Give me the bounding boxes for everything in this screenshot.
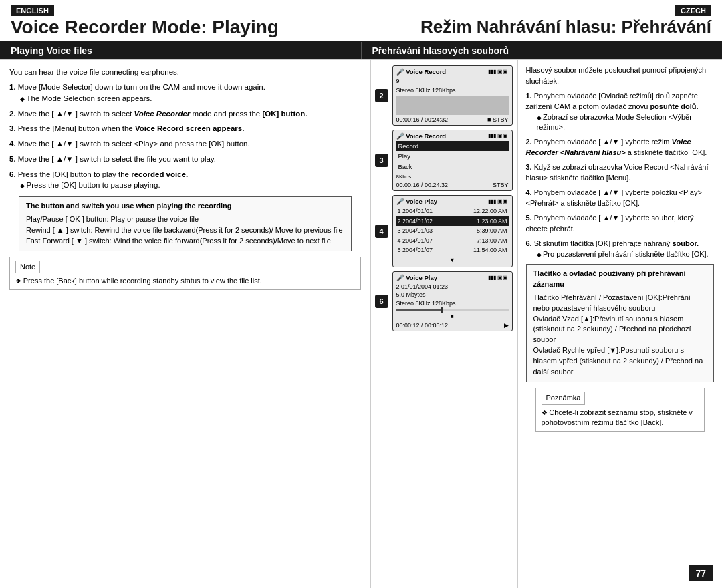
czech-note-box: Poznámka Chcete-li zobrazit seznamu stop… [535, 388, 705, 432]
step-circle-4: 4 [375, 225, 388, 238]
czech-badge: CZECH [675, 5, 711, 16]
step-circle-2: 2 [375, 89, 388, 102]
left-panel: You can hear the voice file connecting e… [0, 60, 371, 588]
step-6: 6. Press the [OK] button to play the rec… [9, 169, 361, 191]
step-circle-6: 6 [375, 295, 388, 308]
english-badge: ENGLISH [11, 5, 54, 16]
cz-step-4: 4. Pohybem ovladače [ ▲/▼ ] vyberte polo… [526, 188, 715, 209]
device-screen-4: 🎤 Voice Play ▮▮▮ ▣▣ 1 2004/01/0112:22:00… [392, 195, 513, 267]
step-4: 4. Move the [ ▲/▼ ] switch to select <Pl… [9, 138, 361, 150]
step-1: 1. Move [Mode Selector] down to turn on … [9, 82, 361, 104]
cz-step-1: 1. Pohybem ovladače [Ovladač režimů] dol… [526, 91, 715, 134]
right-panel: 2 🎤 Voice Record ▮▮▮ ▣▣ 9 Stereo 8KHz 12… [371, 60, 723, 588]
cz-step-6: 6. Stisknutím tlačítka [OK] přehrajte na… [526, 239, 715, 260]
section-header-right: Přehrávání hlasových souborů [362, 42, 723, 59]
step-circle-3: 3 [375, 154, 388, 167]
screen-3-row: 3 🎤 Voice Record ▮▮▮ ▣▣ Record Play Back… [375, 130, 513, 191]
step-5: 5. Move the [ ▲/▼ ] switch to select the… [9, 154, 361, 165]
step-3: 3. Press the [Menu] button when the Voic… [9, 123, 361, 134]
step-2: 2. Move the [ ▲/▼ ] switch to select Voi… [9, 108, 361, 120]
screen-6-row: 6 🎤 Voice Play ▮▮▮ ▣▣ 2 01/01/2004 01:23… [375, 271, 513, 331]
screen-4-row: 4 🎤 Voice Play ▮▮▮ ▣▣ 1 2004/01/0112:22:… [375, 195, 513, 267]
cz-step-3: 3. Když se zobrazí obrazovka Voice Recor… [526, 162, 715, 184]
right-intro: Hlasový soubor můžete poslouchat pomocí … [526, 65, 715, 87]
section-header-left: Playing Voice files [0, 42, 362, 59]
device-screen-6: 🎤 Voice Play ▮▮▮ ▣▣ 2 01/01/2004 01:23 5… [392, 271, 513, 331]
intro-text: You can hear the voice file connecting e… [9, 67, 361, 78]
device-screen-3: 🎤 Voice Record ▮▮▮ ▣▣ Record Play Back 8… [392, 130, 513, 191]
note-box-left: Note Press the [Back] button while recor… [9, 257, 361, 291]
page-title-left: Voice Recorder Mode: Playing [11, 17, 361, 38]
screen-2-row: 2 🎤 Voice Record ▮▮▮ ▣▣ 9 Stereo 8KHz 12… [375, 65, 513, 126]
page-title-right: Režim Nahrávání hlasu: Přehrávání [361, 17, 711, 37]
page-number: 77 [689, 565, 713, 581]
tip-box-left: The button and switch you use when playi… [19, 196, 352, 251]
cz-step-2: 2. Pohybem ovladače [ ▲/▼ ] vyberte reži… [526, 137, 715, 158]
czech-tip-box: Tlačítko a ovladač používaný při přehráv… [526, 264, 715, 382]
device-screen-2: 🎤 Voice Record ▮▮▮ ▣▣ 9 Stereo 8KHz 128K… [392, 65, 513, 126]
cz-step-5: 5. Pohybem ovladače [ ▲/▼ ] vyberte soub… [526, 213, 715, 235]
